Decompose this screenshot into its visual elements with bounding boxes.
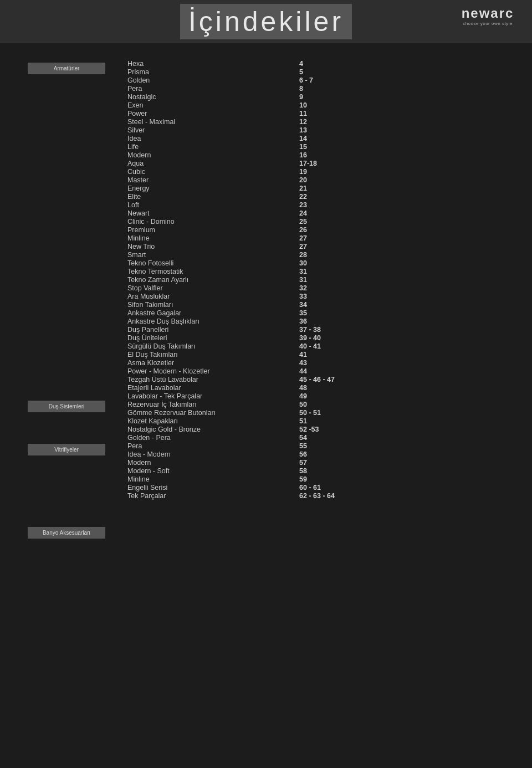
toc-row: Rezervuar İç Takımları50 <box>127 401 510 408</box>
toc-item-name: Loft <box>127 201 283 209</box>
vitrifiyeler-label: Vitrifiyeler <box>28 444 105 455</box>
toc-item-page: 49 <box>283 392 307 400</box>
toc-row: Klozet Kapakları51 <box>127 417 510 425</box>
toc-row: Idea - Modern56 <box>127 450 510 458</box>
dus-sistemleri-label: Duş Sistemleri <box>28 401 105 412</box>
toc-item-name: Tekno Fotoselli <box>127 259 283 267</box>
toc-row: Stop Valfler32 <box>127 284 510 292</box>
toc-item-name: Hexa <box>127 60 283 68</box>
toc-item-page: 15 <box>283 143 307 151</box>
toc-item-name: Gömme Rezervuar Butonları <box>127 409 283 417</box>
toc-row: Sürgülü Duş Takımları40 - 41 <box>127 342 510 350</box>
toc-item-name: Lavabolar - Tek Parçalar <box>127 392 283 400</box>
toc-item-name: Duş Panelleri <box>127 326 283 334</box>
toc-item-name: Premium <box>127 226 283 234</box>
toc-item-page: 50 - 51 <box>283 409 321 417</box>
toc-item-page: 28 <box>283 251 307 259</box>
toc-row: Pera55 <box>127 442 510 450</box>
toc-row: Steel - Maximal12 <box>127 118 510 126</box>
toc-row: Lavabolar - Tek Parçalar49 <box>127 392 510 400</box>
toc-item-page: 48 <box>283 384 307 392</box>
toc-item-page: 16 <box>283 151 307 159</box>
page-header: İçindekiler newarc choose your own style <box>0 0 532 43</box>
toc-item-name: Minline <box>127 475 283 483</box>
toc-row: Idea14 <box>127 135 510 142</box>
toc-item-name: Modern <box>127 459 283 467</box>
toc-row: Ara Musluklar33 <box>127 293 510 300</box>
toc-item-name: Tekno Zaman Ayarlı <box>127 276 283 284</box>
toc-item-name: Tek Parçalar <box>127 492 283 500</box>
toc-item-page: 44 <box>283 367 307 375</box>
toc-item-page: 35 <box>283 309 307 317</box>
toc-row: Newart24 <box>127 209 510 217</box>
toc-item-name: Duş Üniteleri <box>127 334 283 342</box>
toc-row: Gömme Rezervuar Butonları50 - 51 <box>127 409 510 417</box>
toc-item-page: 40 - 41 <box>283 342 321 350</box>
toc-item-page: 20 <box>283 176 307 184</box>
toc-row: Tekno Zaman Ayarlı31 <box>127 276 510 284</box>
toc-row: Ankastre Duş Başlıkları36 <box>127 318 510 325</box>
toc-row: El Duş Takımları41 <box>127 351 510 359</box>
toc-item-name: Pera <box>127 85 283 93</box>
toc-item-page: 57 <box>283 459 307 467</box>
toc-item-page: 33 <box>283 293 307 300</box>
logo-tagline: choose your own style <box>454 21 521 26</box>
toc-row: Minline27 <box>127 234 510 242</box>
toc-row: Exen10 <box>127 101 510 109</box>
toc-row: Engelli Serisi60 - 61 <box>127 484 510 491</box>
toc-item-page: 25 <box>283 218 307 226</box>
toc-row: Tezgah Üstü Lavabolar45 - 46 - 47 <box>127 376 510 383</box>
toc-item-name: Prisma <box>127 68 283 76</box>
toc-item-name: Newart <box>127 209 283 217</box>
toc-item-name: Modern - Soft <box>127 467 283 475</box>
toc-item-name: Master <box>127 176 283 184</box>
toc-item-name: Klozet Kapakları <box>127 417 283 425</box>
toc-item-name: Rezervuar İç Takımları <box>127 401 283 408</box>
toc-item-page: 31 <box>283 276 307 284</box>
toc-item-page: 12 <box>283 118 307 126</box>
toc-item-page: 8 <box>283 85 303 93</box>
toc-row: Ankastre Gagalar35 <box>127 309 510 317</box>
banyo-aksesuarlari-label: Banyo Aksesuarları <box>28 527 105 539</box>
toc-item-name: Tezgah Üstü Lavabolar <box>127 376 283 383</box>
toc-item-page: 54 <box>283 434 307 442</box>
toc-item-page: 55 <box>283 442 307 450</box>
toc-item-page: 41 <box>283 351 307 359</box>
toc-item-page: 31 <box>283 268 307 275</box>
toc-row: Life15 <box>127 143 510 151</box>
toc-item-page: 13 <box>283 126 307 134</box>
toc-row: Prisma5 <box>127 68 510 76</box>
title-block: İçindekiler <box>180 4 352 39</box>
toc-item-page: 60 - 61 <box>283 484 321 491</box>
toc-item-page: 4 <box>283 60 303 68</box>
toc-item-name: Power <box>127 110 283 117</box>
toc-item-name: Elite <box>127 193 283 201</box>
toc-item-name: Engelli Serisi <box>127 484 283 491</box>
full-page: İçindekiler newarc choose your own style… <box>0 0 532 768</box>
toc-item-name: Energy <box>127 185 283 192</box>
toc-item-page: 36 <box>283 318 307 325</box>
page-title: İçindekiler <box>188 6 344 38</box>
toc-row: Power - Modern - Klozetler44 <box>127 367 510 375</box>
toc-item-page: 10 <box>283 101 307 109</box>
toc-item-name: Ara Musluklar <box>127 293 283 300</box>
toc-item-page: 37 - 38 <box>283 326 321 334</box>
toc-item-page: 6 - 7 <box>283 76 313 84</box>
toc-row: Aqua17-18 <box>127 160 510 167</box>
toc-item-page: 22 <box>283 193 307 201</box>
toc-item-page: 19 <box>283 168 307 176</box>
toc-row: Nostalgic Gold - Bronze52 -53 <box>127 426 510 433</box>
toc-item-page: 23 <box>283 201 307 209</box>
toc-item-name: Power - Modern - Klozetler <box>127 367 283 375</box>
toc-item-page: 45 - 46 - 47 <box>283 376 335 383</box>
toc-item-name: El Duş Takımları <box>127 351 283 359</box>
toc-item-name: Ankastre Gagalar <box>127 309 283 317</box>
toc-item-name: Steel - Maximal <box>127 118 283 126</box>
toc-row: Smart28 <box>127 251 510 259</box>
toc-item-name: Sürgülü Duş Takımları <box>127 342 283 350</box>
toc-item-name: Sifon Takımları <box>127 301 283 309</box>
toc-item-page: 32 <box>283 284 307 292</box>
toc-item-name: Asma Klozetler <box>127 359 283 367</box>
toc-item-name: Etajerli Lavabolar <box>127 384 283 392</box>
toc-item-name: Clinic - Domino <box>127 218 283 226</box>
